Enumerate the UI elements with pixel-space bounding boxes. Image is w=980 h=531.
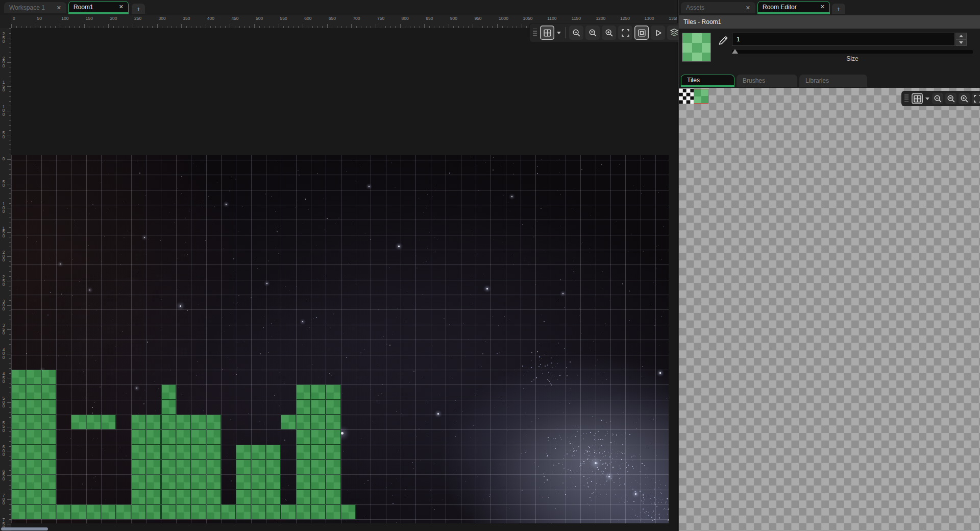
painted-tile[interactable]: [146, 445, 161, 460]
painted-tile[interactable]: [191, 504, 206, 519]
painted-tile[interactable]: [26, 504, 41, 519]
painted-tile[interactable]: [131, 460, 146, 474]
painted-tile[interactable]: [41, 474, 56, 489]
painted-tile[interactable]: [26, 474, 41, 489]
painted-tile[interactable]: [176, 429, 191, 444]
painted-tile[interactable]: [176, 445, 191, 460]
painted-tile[interactable]: [191, 460, 206, 474]
painted-tile[interactable]: [11, 415, 26, 429]
painted-tile[interactable]: [311, 415, 326, 429]
play-button[interactable]: [651, 26, 665, 40]
painted-tile[interactable]: [191, 429, 206, 444]
painted-tile[interactable]: [311, 400, 326, 415]
painted-tile[interactable]: [206, 474, 221, 489]
zoom-out-button[interactable]: [569, 26, 583, 40]
painted-tile[interactable]: [86, 415, 101, 429]
painted-tile[interactable]: [251, 490, 266, 504]
painted-tile[interactable]: [266, 445, 281, 460]
painted-tile[interactable]: [176, 474, 191, 489]
painted-tile[interactable]: [326, 415, 340, 429]
zoom-fit-button[interactable]: [972, 93, 980, 104]
tab-tiles[interactable]: Tiles: [681, 75, 734, 87]
painted-tile[interactable]: [266, 474, 281, 489]
painted-tile[interactable]: [251, 445, 266, 460]
tab-assets[interactable]: Assets✕: [681, 2, 755, 13]
painted-tile[interactable]: [266, 504, 281, 519]
painted-tile[interactable]: [161, 460, 176, 474]
brush-size-input[interactable]: [732, 33, 955, 46]
painted-tile[interactable]: [11, 400, 26, 415]
painted-tile[interactable]: [251, 474, 266, 489]
tab-room-editor[interactable]: Room Editor✕: [757, 1, 830, 14]
painted-tile[interactable]: [266, 460, 281, 474]
painted-tile[interactable]: [326, 504, 340, 519]
painted-tile[interactable]: [101, 504, 116, 519]
painted-tile[interactable]: [146, 415, 161, 429]
size-slider-track[interactable]: [732, 50, 973, 54]
painted-tile[interactable]: [326, 400, 340, 415]
painted-tile[interactable]: [161, 504, 176, 519]
painted-tile[interactable]: [41, 400, 56, 415]
room-canvas[interactable]: [11, 28, 677, 531]
painted-tile[interactable]: [236, 460, 251, 474]
chevron-down-icon[interactable]: [925, 98, 929, 100]
zoom-fit-button[interactable]: [618, 26, 632, 40]
grid-button[interactable]: [912, 93, 923, 104]
painted-tile[interactable]: [146, 429, 161, 444]
painted-tile[interactable]: [41, 384, 56, 399]
painted-tile[interactable]: [11, 474, 26, 489]
painted-tile[interactable]: [41, 504, 56, 519]
painted-tile[interactable]: [296, 400, 311, 415]
painted-tile[interactable]: [131, 429, 146, 444]
zoom-reset-button[interactable]: [585, 26, 600, 40]
painted-tile[interactable]: [26, 490, 41, 504]
painted-tile[interactable]: [146, 474, 161, 489]
painted-tile[interactable]: [191, 490, 206, 504]
painted-tile[interactable]: [206, 490, 221, 504]
zoom-reset-button[interactable]: [945, 93, 957, 104]
painted-tile[interactable]: [41, 460, 56, 474]
painted-tile[interactable]: [146, 504, 161, 519]
painted-tile[interactable]: [311, 460, 326, 474]
painted-tile[interactable]: [296, 490, 311, 504]
painted-tile[interactable]: [311, 490, 326, 504]
painted-tile[interactable]: [326, 384, 340, 399]
painted-tile[interactable]: [131, 490, 146, 504]
tab-brushes[interactable]: Brushes: [737, 75, 797, 87]
painted-tile[interactable]: [296, 474, 311, 489]
painted-tile[interactable]: [296, 445, 311, 460]
painted-tile[interactable]: [296, 429, 311, 444]
painted-tile[interactable]: [161, 400, 176, 415]
painted-tile[interactable]: [131, 474, 146, 489]
painted-tile[interactable]: [326, 429, 340, 444]
horizontal-scrollbar-thumb[interactable]: [1, 527, 48, 530]
grid-button[interactable]: [540, 26, 554, 40]
tab-room1[interactable]: Room1✕: [68, 1, 129, 14]
painted-tile[interactable]: [251, 460, 266, 474]
painted-tile[interactable]: [161, 429, 176, 444]
painted-tile[interactable]: [236, 490, 251, 504]
painted-tile[interactable]: [161, 384, 176, 399]
painted-tile[interactable]: [26, 384, 41, 399]
room-area[interactable]: [11, 155, 669, 523]
painted-tile[interactable]: [296, 460, 311, 474]
painted-tile[interactable]: [41, 429, 56, 444]
spinner-up-button[interactable]: [955, 33, 967, 39]
painted-tile[interactable]: [311, 474, 326, 489]
painted-tile[interactable]: [176, 490, 191, 504]
new-tab-button[interactable]: +: [132, 4, 145, 14]
painted-tile[interactable]: [176, 460, 191, 474]
painted-tile[interactable]: [266, 490, 281, 504]
painted-tile[interactable]: [281, 504, 296, 519]
painted-tile[interactable]: [296, 415, 311, 429]
painted-tile[interactable]: [206, 460, 221, 474]
tab-workspace-1[interactable]: Workspace 1✕: [4, 2, 66, 13]
painted-tile[interactable]: [236, 474, 251, 489]
zoom-in-button[interactable]: [602, 26, 616, 40]
painted-tile[interactable]: [11, 384, 26, 399]
painted-tile[interactable]: [161, 415, 176, 429]
painted-tile[interactable]: [71, 504, 86, 519]
painted-tile[interactable]: [341, 504, 356, 519]
painted-tile[interactable]: [11, 504, 26, 519]
painted-tile[interactable]: [191, 445, 206, 460]
